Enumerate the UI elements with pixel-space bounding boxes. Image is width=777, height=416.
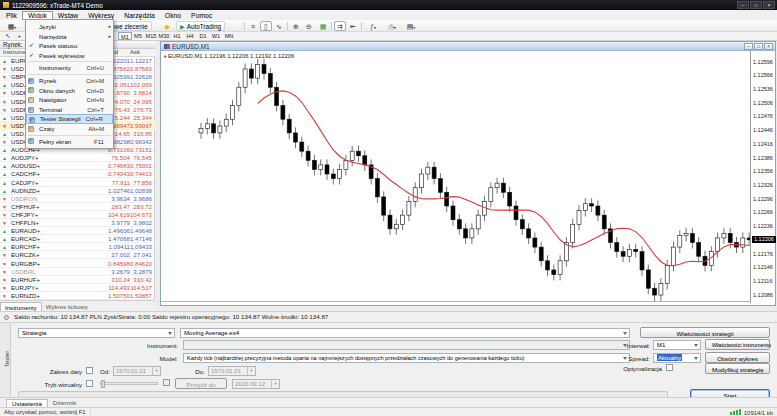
menu-item-shortcut: Ctrl+D: [87, 86, 104, 96]
menu-item-języki[interactable]: Języki▸: [26, 22, 113, 32]
chart-close-icon[interactable]: ×: [764, 43, 773, 50]
symbol-properties-button[interactable]: Właściwości instrumentu: [705, 339, 770, 350]
symbol-name: EURNZD+: [11, 292, 40, 300]
timeframe-h1-button[interactable]: H1: [170, 32, 184, 40]
chart-window-titlebar[interactable]: EURUSD,M1 ─ □ ×: [161, 42, 775, 51]
visual-date-field[interactable]: 2016.09.12▼: [232, 379, 280, 389]
crosshair-icon[interactable]: +: [14, 32, 25, 40]
menu-item-shortcut: F11: [94, 137, 104, 147]
timeframe-m1-button[interactable]: M1: [118, 32, 132, 40]
tab-wykres-tickowy[interactable]: Wykres tickowy: [42, 302, 92, 311]
bar-chart-mode-icon[interactable]: ≡: [247, 21, 259, 31]
from-date-field[interactable]: 1970.01.01▼: [113, 366, 161, 376]
maximize-icon[interactable]: □: [750, 1, 762, 9]
menu-item-tester-strategii[interactable]: Tester StrategiiCtrl+R: [26, 114, 113, 124]
to-date-field[interactable]: 1970.01.01▼: [208, 366, 256, 376]
spread-select[interactable]: Aktualny: [653, 353, 701, 363]
market-watch-row[interactable]: ▼EURGBP+0.845980.84620: [0, 260, 155, 268]
tester-type-select[interactable]: Strategia: [18, 328, 175, 338]
market-watch-row[interactable]: ▼EURCZK+27.00227.041: [0, 251, 155, 259]
menu-item-czaty[interactable]: CzatyAlt+M: [26, 124, 113, 134]
menu-item-nawigator[interactable]: NawigatorCtrl+N: [26, 95, 113, 105]
auto-scroll-icon[interactable]: ⇉: [334, 21, 346, 31]
menu-okno[interactable]: Okno: [160, 11, 186, 20]
tester-instrument-select[interactable]: [183, 340, 630, 350]
new-chart-button[interactable]: ▦▾: [2, 21, 22, 31]
candlestick-mode-icon[interactable]: ▯: [260, 21, 272, 31]
market-watch-row[interactable]: ▲CADCHF+0.743430.74413: [0, 170, 155, 178]
down-arrow-icon: ▼: [2, 212, 7, 218]
tile-windows-icon[interactable]: ▦: [317, 21, 329, 31]
optimization-checkbox[interactable]: [666, 364, 673, 371]
menu-item-pełny-ekran[interactable]: Pełny ekranF11: [26, 137, 113, 147]
chart-shift-icon[interactable]: ⇤: [347, 21, 359, 31]
menu-plik[interactable]: Plik: [1, 11, 22, 20]
to-label: Do:: [180, 368, 205, 375]
modify-strategy-button[interactable]: Modyfikuj strategię: [705, 363, 770, 374]
account-status-bar: Saldo rachunku: 10 134.87 PLN Zysk/Strat…: [0, 311, 777, 322]
market-watch-row[interactable]: ▼EURHUF+310.24310.42: [0, 276, 155, 284]
tester-tab-ustawienia[interactable]: Ustawienia: [6, 399, 48, 407]
market-watch-row[interactable]: ▼CHFHUF+283.47283.72: [0, 203, 155, 211]
menu-item-instrumenty[interactable]: InstrumentyCtrl+U: [26, 63, 113, 73]
close-icon[interactable]: ×: [763, 1, 775, 9]
market-watch-row[interactable]: ▲AUDNZD+1.027461.02838: [0, 187, 155, 195]
menu-pomoc[interactable]: Pomoc: [186, 11, 217, 20]
ask-value: 1.47146: [96, 235, 152, 243]
drag-trade-icon[interactable]: ◆: [161, 21, 173, 31]
periods-dropdown-icon[interactable]: ◷▾: [383, 21, 401, 31]
market-watch-row[interactable]: ▼CHFJPY+104.619104.673: [0, 211, 155, 219]
market-watch-row[interactable]: ▼EURNZD+1.507501.50857: [0, 292, 155, 300]
cursor-icon[interactable]: ↖: [2, 32, 13, 40]
menu-item-shortcut: Ctrl+M: [86, 76, 104, 86]
minimize-icon[interactable]: ─: [737, 1, 749, 9]
zoom-out-icon[interactable]: ⊖: [303, 21, 315, 31]
market-watch-row[interactable]: ▲AUDUSD+0.749830.75001: [0, 162, 155, 170]
autotrading-button[interactable]: ▶ AutoTrading: [176, 21, 225, 31]
open-chart-button[interactable]: Otwórz wykres: [705, 352, 770, 363]
chart-maximize-icon[interactable]: □: [754, 43, 763, 50]
market-watch-row[interactable]: ▼EURJPY+114.493114.517: [0, 284, 155, 292]
indicators-dropdown-icon[interactable]: ƒ▾: [364, 21, 382, 31]
market-watch-row[interactable]: ▲EURAUD+1.496061.49648: [0, 227, 155, 235]
market-watch-row[interactable]: ▲AUDJPY+76.50476.545: [0, 154, 155, 162]
tab-instrumenty[interactable]: Instrumenty: [0, 302, 42, 311]
timeframe-w1-button[interactable]: W1: [209, 32, 223, 40]
strategy-properties-button[interactable]: Właściwości strategii: [640, 327, 770, 338]
market-watch-row[interactable]: ▲EURCHF+1.094111.09433: [0, 243, 155, 251]
visual-speed-box[interactable]: [163, 379, 170, 386]
price-chart[interactable]: [161, 53, 751, 301]
tester-strategy-select[interactable]: Moving Average.ex4: [180, 328, 630, 338]
menu-item-pasek-statusu[interactable]: ✓Pasek statusu: [26, 41, 113, 51]
market-watch-row[interactable]: ▲EURCAD+1.470681.47146: [0, 235, 155, 243]
up-arrow-icon: ▲: [2, 131, 7, 137]
timeframe-h4-button[interactable]: H4: [183, 32, 197, 40]
timeframe-mn-button[interactable]: MN: [222, 32, 236, 40]
visual-speed-slider[interactable]: [100, 382, 158, 385]
menu-narzędzia[interactable]: Narzędzia: [119, 11, 160, 20]
timeframe-m5-button[interactable]: M5: [131, 32, 145, 40]
line-chart-mode-icon[interactable]: ∿: [273, 21, 285, 31]
market-watch-row[interactable]: ▼USDBRL3.26793.2879: [0, 268, 155, 276]
tester-tab-dziennik[interactable]: Dziennik: [48, 399, 81, 407]
timeframe-m15-button[interactable]: M15: [144, 32, 158, 40]
market-watch-row[interactable]: ▲CADJPY+77.81177.856: [0, 179, 155, 187]
chart-minimize-icon[interactable]: ─: [744, 43, 753, 50]
market-watch-row[interactable]: ▼USDRON3.96343.9686: [0, 195, 155, 203]
timeframe-m30-button[interactable]: M30: [157, 32, 171, 40]
menu-item-rynek[interactable]: RynekCtrl+M: [26, 76, 113, 86]
templates-dropdown-icon[interactable]: ▤▾: [402, 21, 420, 31]
interval-select[interactable]: M1: [653, 340, 701, 350]
ask-value: 1.50857: [96, 292, 152, 300]
visual-mode-checkbox[interactable]: [86, 380, 93, 387]
menu-item-narzędzia[interactable]: Narzędzia▸: [26, 32, 113, 42]
model-select[interactable]: Każdy tick (najbardziej precyzyjna metod…: [183, 353, 630, 363]
market-watch-row[interactable]: ▼CHFPLN+3.97793.9802: [0, 219, 155, 227]
menu-item-okno-danych[interactable]: Okno danychCtrl+D: [26, 86, 113, 96]
menu-item-terminal[interactable]: TerminalCtrl+T: [26, 105, 113, 115]
timeframe-d1-button[interactable]: D1: [196, 32, 210, 40]
menu-item-pasek-wykresów[interactable]: ✓Pasek wykresów: [26, 51, 113, 61]
tester-side-tab[interactable]: Tester: [0, 323, 11, 398]
zoom-in-icon[interactable]: ⊕: [290, 21, 302, 31]
skip-to-button[interactable]: Przejdź do: [175, 378, 227, 389]
